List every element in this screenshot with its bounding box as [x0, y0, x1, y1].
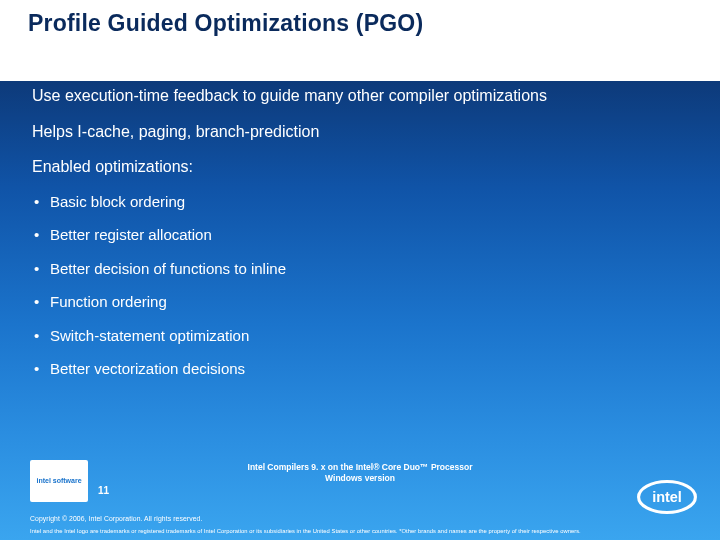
- bullet-list: Basic block ordering Better register all…: [32, 192, 692, 379]
- badge-label: intel software: [36, 477, 81, 485]
- paragraph: Use execution-time feedback to guide man…: [32, 85, 692, 107]
- copyright-text: Copyright © 2006, Intel Corporation. All…: [30, 515, 202, 522]
- slide-title: Profile Guided Optimizations (PGO): [28, 10, 692, 37]
- slide: Profile Guided Optimizations (PGO) Use e…: [0, 0, 720, 540]
- intel-logo-icon: intel: [636, 476, 698, 518]
- footer-event-line1: Intel Compilers 9. x on the Intel® Core …: [0, 462, 720, 473]
- list-item: Switch-statement optimization: [34, 326, 692, 346]
- page-number: 11: [98, 485, 109, 496]
- list-item: Basic block ordering: [34, 192, 692, 212]
- list-item: Function ordering: [34, 292, 692, 312]
- intel-logo-text: intel: [652, 489, 682, 505]
- intel-software-badge: intel software: [30, 460, 88, 502]
- footer-event-title: Intel Compilers 9. x on the Intel® Core …: [0, 462, 720, 484]
- list-item: Better register allocation: [34, 225, 692, 245]
- trademark-text: Intel and the Intel logo are trademarks …: [30, 528, 620, 534]
- title-bar: Profile Guided Optimizations (PGO): [0, 0, 720, 81]
- slide-content: Use execution-time feedback to guide man…: [0, 81, 720, 379]
- list-item: Better decision of functions to inline: [34, 259, 692, 279]
- footer-event-line2: Windows version: [0, 473, 720, 484]
- paragraph: Enabled optimizations:: [32, 156, 692, 178]
- paragraph: Helps I-cache, paging, branch-prediction: [32, 121, 692, 143]
- list-item: Better vectorization decisions: [34, 359, 692, 379]
